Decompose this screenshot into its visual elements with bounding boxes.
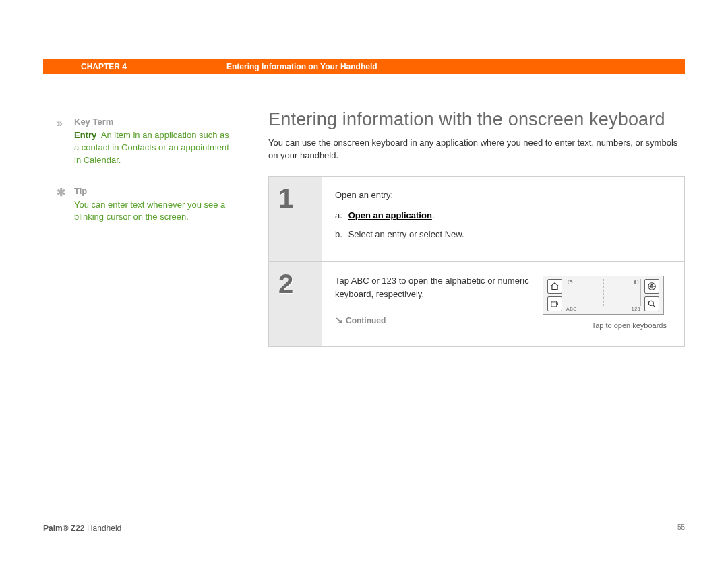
footer-brand-bold: Palm® Z22 [43,524,85,533]
step-body: Tap ABC or 123 to open the alphabetic or… [322,262,684,346]
123-label: 123 [632,306,640,313]
svg-rect-0 [551,301,557,307]
graffiti-left-buttons [545,278,564,313]
graffiti-top-icons: ◔◐ [568,278,639,287]
continued-label: Continued [346,316,386,325]
steps-container: 1 Open an entry: a. Open an application.… [268,176,685,347]
substep-b: b. Select an entry or select New. [335,228,671,241]
key-term-head: Key Term [74,116,229,128]
graffiti-figure: ◔◐ ABC 123 [543,274,671,332]
key-term-icon: » [57,116,63,131]
open-application-link[interactable]: Open an application [348,210,432,220]
menu-icon [547,296,562,311]
substep-letter: b. [335,228,346,241]
clock-dot-icon: ◔ [568,278,573,287]
substep-letter: a. [335,209,346,222]
find-icon [644,279,659,294]
search-icon [644,296,659,311]
step-2-text: Tap ABC or 123 to open the alphabetic or… [335,274,535,301]
sidebar: » Key Term Entry An item in an applicati… [74,116,229,242]
chapter-label: CHAPTER 4 [81,62,127,71]
intro-paragraph: You can use the onscreen keyboard in any… [268,137,685,162]
key-term-def: An item in an application such as a cont… [74,130,229,164]
graffiti-right-buttons [642,278,661,313]
main-content: Entering information with the onscreen k… [268,109,685,347]
step-lead: Open an entry: [335,189,671,202]
home-icon [547,279,562,294]
graffiti-area: ◔◐ ABC 123 [543,276,664,315]
tip-text: You can enter text whenever you see a bl… [74,199,229,223]
page-number: 55 [677,524,685,533]
step-1: 1 Open an entry: a. Open an application.… [269,177,684,262]
step-body: Open an entry: a. Open an application. b… [322,177,684,261]
substeps: a. Open an application. b. Select an ent… [335,209,671,241]
step-2: 2 Tap ABC or 123 to open the alphabetic … [269,262,684,346]
step-number: 1 [269,177,322,261]
graffiti-caption: Tap to open keyboards [543,320,671,332]
substep-a-dot: . [432,210,435,220]
abc-label: ABC [566,306,577,313]
continued-arrow-icon: ↘ [335,315,343,325]
continued-indicator: ↘Continued [335,313,535,328]
page-heading: Entering information with the onscreen k… [268,109,685,130]
chapter-header-bar: CHAPTER 4 Entering Information on Your H… [43,59,685,74]
substep-b-text: Select an entry or select New. [348,229,464,239]
footer-brand-rest: Handheld [85,524,122,533]
tip-head: Tip [74,185,229,197]
step-number: 2 [269,262,322,346]
step-2-text-col: Tap ABC or 123 to open the alphabetic or… [335,274,543,332]
tip-block: ✱ Tip You can enter text whenever you se… [74,185,229,224]
substep-a: a. Open an application. [335,209,671,222]
key-term-body: Entry An item in an application such as … [74,129,229,166]
key-term-block: » Key Term Entry An item in an applicati… [74,116,229,166]
tip-icon: ✱ [57,185,65,200]
page-footer: Palm® Z22 Handheld 55 [43,518,685,533]
contrast-dot-icon: ◐ [634,278,639,287]
chapter-title: Entering Information on Your Handheld [226,62,377,71]
key-term-term: Entry [74,130,96,140]
footer-brand: Palm® Z22 Handheld [43,524,121,533]
